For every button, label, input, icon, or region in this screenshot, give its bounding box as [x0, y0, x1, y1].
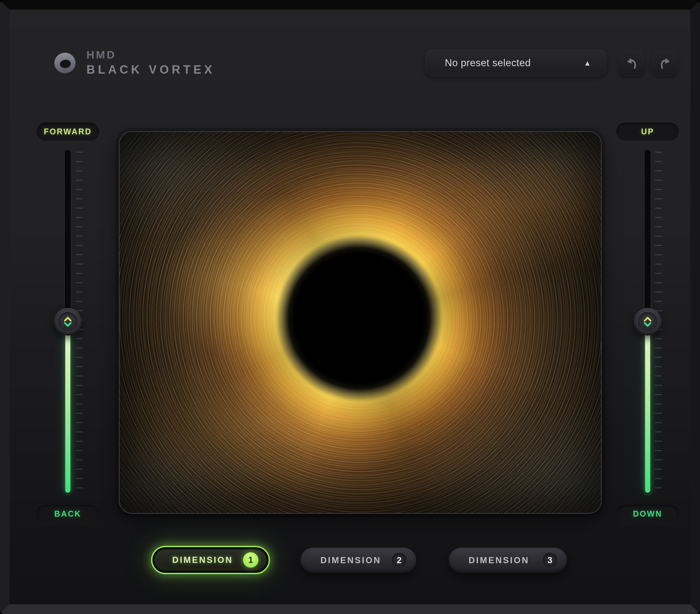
- preset-selector[interactable]: No preset selected ▲: [425, 49, 606, 76]
- chevron-up-down-icon: [641, 315, 654, 329]
- dimension-3-badge: 3: [542, 553, 557, 568]
- preset-value: No preset selected: [426, 57, 584, 69]
- plugin-window: HMD BLACK VORTEX No preset selected ▲ FO…: [0, 0, 700, 614]
- brand-logo-icon: [53, 51, 76, 75]
- forward-back-slider-fill: [65, 322, 71, 493]
- down-label: DOWN: [616, 505, 679, 523]
- redo-arrow-icon: [658, 56, 672, 70]
- up-down-slider-track[interactable]: [644, 149, 651, 495]
- brand-name: HMD: [86, 49, 215, 61]
- vortex-display: [119, 131, 602, 514]
- vortex-vignette: [120, 132, 601, 513]
- dimension-2-button[interactable]: DIMENSION 2: [300, 548, 416, 573]
- forward-label: FORWARD: [37, 122, 99, 141]
- dimension-2-badge: 2: [392, 553, 407, 568]
- undo-arrow-icon: [625, 56, 639, 70]
- redo-button[interactable]: [652, 50, 677, 76]
- thumb-face: [638, 312, 657, 331]
- undo-button[interactable]: [619, 50, 645, 76]
- dimension-3-label: DIMENSION: [449, 555, 542, 565]
- product-name: BLACK VORTEX: [86, 63, 215, 76]
- forward-back-slider-track[interactable]: [64, 149, 71, 495]
- dimension-1-button[interactable]: DIMENSION 1: [151, 546, 270, 574]
- plugin-background: HMD BLACK VORTEX No preset selected ▲ FO…: [10, 10, 690, 604]
- triangle-up-icon: ▲: [584, 59, 606, 67]
- up-label: UP: [616, 122, 679, 141]
- dimension-2-label: DIMENSION: [300, 555, 392, 565]
- up-down-slider-thumb[interactable]: [634, 308, 661, 336]
- thumb-face: [58, 312, 77, 331]
- forward-back-slider-thumb[interactable]: [54, 308, 82, 336]
- dimension-1-badge: 1: [243, 552, 259, 568]
- brand: HMD BLACK VORTEX: [86, 49, 215, 76]
- dimension-3-button[interactable]: DIMENSION 3: [449, 548, 567, 573]
- chevron-up-down-icon: [61, 315, 74, 329]
- back-label: BACK: [37, 505, 99, 523]
- dimension-1-label: DIMENSION: [152, 555, 243, 565]
- up-down-slider-fill: [645, 322, 650, 493]
